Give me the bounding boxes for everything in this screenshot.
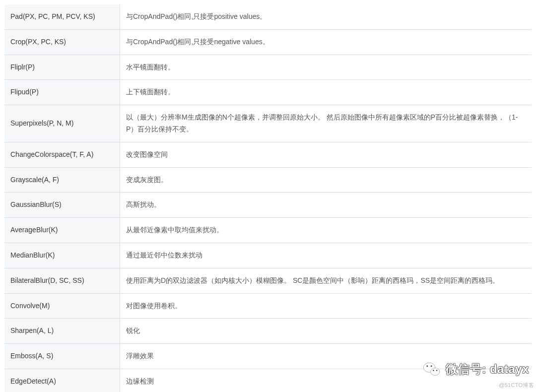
table-row: Flipud(P)上下镜面翻转。 [4, 80, 532, 105]
function-name-cell: Sharpen(A, L) [4, 319, 120, 344]
function-desc-cell: 以（最大）分辨率M生成图像的N个超像素，并调整回原始大小。 然后原始图像中所有超… [120, 105, 532, 142]
function-desc-cell: 与CropAndPad()相同,只接受positive values。 [120, 4, 532, 30]
function-name-cell: Flipud(P) [4, 80, 120, 105]
function-desc-cell: 锐化 [120, 319, 532, 344]
credit-text: @51CTO博客 [499, 382, 534, 389]
function-desc-cell: 高斯扰动。 [120, 193, 532, 218]
function-name-cell: Emboss(A, S) [4, 344, 120, 369]
table-row: Convolve(M)对图像使用卷积。 [4, 293, 532, 319]
function-desc-cell: 通过最近邻中位数来扰动 [120, 243, 532, 268]
function-name-cell: Pad(PX, PC, PM, PCV, KS) [4, 4, 120, 30]
function-name-cell: ChangeColorspace(T, F, A) [4, 142, 120, 167]
function-name-cell: GaussianBlur(S) [4, 193, 120, 218]
table-row: GaussianBlur(S)高斯扰动。 [4, 193, 532, 218]
table-row: AverageBlur(K)从最邻近像素中取均值来扰动。 [4, 218, 532, 243]
function-name-cell: Convolve(M) [4, 293, 120, 319]
table-row: Pad(PX, PC, PM, PCV, KS)与CropAndPad()相同,… [4, 4, 532, 30]
function-desc-cell: 边缘检测 [120, 369, 532, 392]
table-row: ChangeColorspace(T, F, A)改变图像空间 [4, 142, 532, 167]
function-desc-cell: 浮雕效果 [120, 344, 532, 369]
function-name-cell: Grayscale(A, F) [4, 167, 120, 193]
table-row: Crop(PX, PC, KS)与CropAndPad()相同,只接受negat… [4, 29, 532, 55]
table-row: EdgeDetect(A)边缘检测 [4, 369, 532, 392]
table-row: Emboss(A, S)浮雕效果 [4, 344, 532, 369]
function-name-cell: Superpixels(P, N, M) [4, 105, 120, 142]
function-table: Pad(PX, PC, PM, PCV, KS)与CropAndPad()相同,… [4, 4, 532, 392]
function-name-cell: MedianBlur(K) [4, 243, 120, 268]
table-row: MedianBlur(K)通过最近邻中位数来扰动 [4, 243, 532, 268]
function-desc-cell: 与CropAndPad()相同,只接受negative values。 [120, 29, 532, 55]
function-desc-cell: 使用距离为D的双边滤波器（如内核大小）模糊图像。 SC是颜色空间中（影响）距离的… [120, 268, 532, 293]
function-name-cell: BilateralBlur(D, SC, SS) [4, 268, 120, 293]
function-desc-cell: 上下镜面翻转。 [120, 80, 532, 105]
function-name-cell: AverageBlur(K) [4, 218, 120, 243]
function-desc-cell: 变成灰度图。 [120, 167, 532, 193]
function-desc-cell: 从最邻近像素中取均值来扰动。 [120, 218, 532, 243]
table-row: Sharpen(A, L)锐化 [4, 319, 532, 344]
table-row: Grayscale(A, F)变成灰度图。 [4, 167, 532, 193]
function-name-cell: Crop(PX, PC, KS) [4, 29, 120, 55]
function-table-body: Pad(PX, PC, PM, PCV, KS)与CropAndPad()相同,… [4, 4, 532, 392]
table-row: Fliplr(P)水平镜面翻转。 [4, 55, 532, 80]
function-desc-cell: 改变图像空间 [120, 142, 532, 167]
table-row: BilateralBlur(D, SC, SS)使用距离为D的双边滤波器（如内核… [4, 268, 532, 293]
function-table-wrap: Pad(PX, PC, PM, PCV, KS)与CropAndPad()相同,… [0, 0, 536, 392]
function-desc-cell: 对图像使用卷积。 [120, 293, 532, 319]
function-desc-cell: 水平镜面翻转。 [120, 55, 532, 80]
function-name-cell: Fliplr(P) [4, 55, 120, 80]
table-row: Superpixels(P, N, M)以（最大）分辨率M生成图像的N个超像素，… [4, 105, 532, 142]
function-name-cell: EdgeDetect(A) [4, 369, 120, 392]
